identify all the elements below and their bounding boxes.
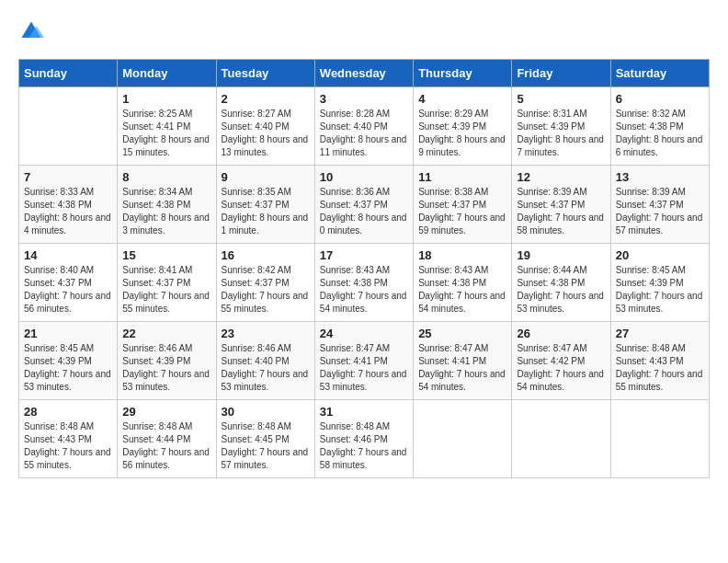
day-number: 3 <box>320 92 408 106</box>
page-header <box>18 18 710 44</box>
week-row-1: 1Sunrise: 8:25 AMSunset: 4:41 PMDaylight… <box>19 87 710 166</box>
week-row-3: 14Sunrise: 8:40 AMSunset: 4:37 PMDayligh… <box>19 244 710 322</box>
day-cell: 24Sunrise: 8:47 AMSunset: 4:41 PMDayligh… <box>314 322 413 400</box>
header-monday: Monday <box>118 60 216 87</box>
day-cell: 26Sunrise: 8:47 AMSunset: 4:42 PMDayligh… <box>512 322 610 400</box>
day-number: 17 <box>320 248 408 262</box>
day-info: Sunrise: 8:48 AMSunset: 4:44 PMDaylight:… <box>122 420 210 472</box>
day-cell <box>512 400 610 478</box>
day-cell: 1Sunrise: 8:25 AMSunset: 4:41 PMDaylight… <box>118 87 216 166</box>
day-info: Sunrise: 8:46 AMSunset: 4:40 PMDaylight:… <box>222 342 310 394</box>
day-number: 10 <box>320 170 408 184</box>
day-number: 11 <box>418 170 506 184</box>
header-tuesday: Tuesday <box>216 60 314 87</box>
day-cell: 16Sunrise: 8:42 AMSunset: 4:37 PMDayligh… <box>216 244 314 322</box>
day-info: Sunrise: 8:33 AMSunset: 4:38 PMDaylight:… <box>24 186 112 237</box>
day-number: 28 <box>24 405 112 419</box>
day-info: Sunrise: 8:41 AMSunset: 4:37 PMDaylight:… <box>122 264 210 316</box>
day-cell: 8Sunrise: 8:34 AMSunset: 4:38 PMDaylight… <box>118 166 216 244</box>
header-saturday: Saturday <box>610 60 709 87</box>
day-number: 2 <box>222 92 310 106</box>
day-cell: 23Sunrise: 8:46 AMSunset: 4:40 PMDayligh… <box>216 322 314 400</box>
day-cell <box>610 400 709 478</box>
day-info: Sunrise: 8:48 AMSunset: 4:46 PMDaylight:… <box>320 420 408 472</box>
day-info: Sunrise: 8:29 AMSunset: 4:39 PMDaylight:… <box>418 108 506 159</box>
day-number: 20 <box>616 248 704 262</box>
day-cell: 22Sunrise: 8:46 AMSunset: 4:39 PMDayligh… <box>118 322 216 400</box>
day-info: Sunrise: 8:46 AMSunset: 4:39 PMDaylight:… <box>122 342 210 394</box>
day-info: Sunrise: 8:35 AMSunset: 4:37 PMDaylight:… <box>222 186 310 237</box>
day-number: 16 <box>222 248 310 262</box>
week-row-5: 28Sunrise: 8:48 AMSunset: 4:43 PMDayligh… <box>19 400 710 478</box>
day-info: Sunrise: 8:31 AMSunset: 4:39 PMDaylight:… <box>517 108 605 159</box>
day-number: 12 <box>517 170 605 184</box>
day-info: Sunrise: 8:32 AMSunset: 4:38 PMDaylight:… <box>616 108 704 159</box>
day-cell: 18Sunrise: 8:43 AMSunset: 4:38 PMDayligh… <box>414 244 512 322</box>
logo <box>18 18 48 44</box>
day-number: 7 <box>24 170 112 184</box>
day-cell: 9Sunrise: 8:35 AMSunset: 4:37 PMDaylight… <box>216 166 314 244</box>
header-thursday: Thursday <box>414 60 512 87</box>
day-cell: 17Sunrise: 8:43 AMSunset: 4:38 PMDayligh… <box>314 244 413 322</box>
day-info: Sunrise: 8:39 AMSunset: 4:37 PMDaylight:… <box>616 186 704 237</box>
day-cell: 30Sunrise: 8:48 AMSunset: 4:45 PMDayligh… <box>216 400 314 478</box>
day-info: Sunrise: 8:34 AMSunset: 4:38 PMDaylight:… <box>122 186 210 237</box>
day-cell: 21Sunrise: 8:45 AMSunset: 4:39 PMDayligh… <box>19 322 118 400</box>
day-cell: 5Sunrise: 8:31 AMSunset: 4:39 PMDaylight… <box>512 87 610 166</box>
day-info: Sunrise: 8:47 AMSunset: 4:42 PMDaylight:… <box>517 342 605 394</box>
day-number: 23 <box>222 327 310 340</box>
day-info: Sunrise: 8:25 AMSunset: 4:41 PMDaylight:… <box>122 108 210 159</box>
day-number: 21 <box>24 327 112 340</box>
header-friday: Friday <box>512 60 610 87</box>
day-info: Sunrise: 8:42 AMSunset: 4:37 PMDaylight:… <box>222 264 310 316</box>
day-number: 31 <box>320 405 408 419</box>
day-cell <box>19 87 118 166</box>
day-cell: 11Sunrise: 8:38 AMSunset: 4:37 PMDayligh… <box>414 166 512 244</box>
day-number: 27 <box>616 327 704 340</box>
day-number: 26 <box>517 327 605 340</box>
day-number: 5 <box>517 92 605 106</box>
header-sunday: Sunday <box>19 60 118 87</box>
week-row-4: 21Sunrise: 8:45 AMSunset: 4:39 PMDayligh… <box>19 322 710 400</box>
day-info: Sunrise: 8:36 AMSunset: 4:37 PMDaylight:… <box>320 186 408 237</box>
day-info: Sunrise: 8:27 AMSunset: 4:40 PMDaylight:… <box>222 108 310 159</box>
day-info: Sunrise: 8:47 AMSunset: 4:41 PMDaylight:… <box>418 342 506 394</box>
day-number: 9 <box>222 170 310 184</box>
day-number: 13 <box>616 170 704 184</box>
day-info: Sunrise: 8:48 AMSunset: 4:43 PMDaylight:… <box>24 420 112 472</box>
day-cell: 4Sunrise: 8:29 AMSunset: 4:39 PMDaylight… <box>414 87 512 166</box>
day-cell: 15Sunrise: 8:41 AMSunset: 4:37 PMDayligh… <box>118 244 216 322</box>
day-number: 29 <box>122 405 210 419</box>
day-info: Sunrise: 8:38 AMSunset: 4:37 PMDaylight:… <box>418 186 506 237</box>
calendar-table: SundayMondayTuesdayWednesdayThursdayFrid… <box>18 59 710 478</box>
day-number: 19 <box>517 248 605 262</box>
day-cell: 10Sunrise: 8:36 AMSunset: 4:37 PMDayligh… <box>314 166 413 244</box>
day-info: Sunrise: 8:47 AMSunset: 4:41 PMDaylight:… <box>320 342 408 394</box>
calendar-header-row: SundayMondayTuesdayWednesdayThursdayFrid… <box>19 60 710 87</box>
day-number: 25 <box>418 327 506 340</box>
day-cell: 25Sunrise: 8:47 AMSunset: 4:41 PMDayligh… <box>414 322 512 400</box>
day-cell: 13Sunrise: 8:39 AMSunset: 4:37 PMDayligh… <box>610 166 709 244</box>
day-cell: 28Sunrise: 8:48 AMSunset: 4:43 PMDayligh… <box>19 400 118 478</box>
day-number: 24 <box>320 327 408 340</box>
day-number: 18 <box>418 248 506 262</box>
day-cell: 6Sunrise: 8:32 AMSunset: 4:38 PMDaylight… <box>610 87 709 166</box>
day-cell: 27Sunrise: 8:48 AMSunset: 4:43 PMDayligh… <box>610 322 709 400</box>
day-info: Sunrise: 8:39 AMSunset: 4:37 PMDaylight:… <box>517 186 605 237</box>
day-info: Sunrise: 8:43 AMSunset: 4:38 PMDaylight:… <box>418 264 506 316</box>
day-cell: 31Sunrise: 8:48 AMSunset: 4:46 PMDayligh… <box>314 400 413 478</box>
day-info: Sunrise: 8:48 AMSunset: 4:45 PMDaylight:… <box>222 420 310 472</box>
week-row-2: 7Sunrise: 8:33 AMSunset: 4:38 PMDaylight… <box>19 166 710 244</box>
day-info: Sunrise: 8:45 AMSunset: 4:39 PMDaylight:… <box>616 264 704 316</box>
day-info: Sunrise: 8:45 AMSunset: 4:39 PMDaylight:… <box>24 342 112 394</box>
day-cell: 19Sunrise: 8:44 AMSunset: 4:38 PMDayligh… <box>512 244 610 322</box>
day-number: 22 <box>122 327 210 340</box>
day-number: 14 <box>24 248 112 262</box>
day-cell: 12Sunrise: 8:39 AMSunset: 4:37 PMDayligh… <box>512 166 610 244</box>
day-cell: 20Sunrise: 8:45 AMSunset: 4:39 PMDayligh… <box>610 244 709 322</box>
day-number: 30 <box>222 405 310 419</box>
day-info: Sunrise: 8:44 AMSunset: 4:38 PMDaylight:… <box>517 264 605 316</box>
day-cell: 3Sunrise: 8:28 AMSunset: 4:40 PMDaylight… <box>314 87 413 166</box>
day-info: Sunrise: 8:28 AMSunset: 4:40 PMDaylight:… <box>320 108 408 159</box>
logo-icon <box>18 18 44 44</box>
